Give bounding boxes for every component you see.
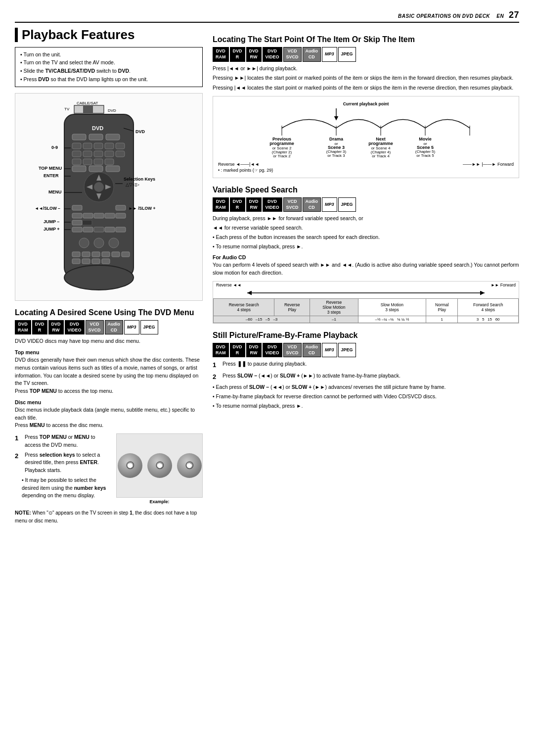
badge-dvd-ram: DVDRAM [15, 320, 31, 334]
remote-svg: CABLE/SAT TV DVD DVD DVD 0-9 [25, 95, 193, 298]
remote-diagram: CABLE/SAT TV DVD DVD DVD 0-9 [15, 93, 203, 301]
note-box: NOTE: When "⊙" appears on the TV screen … [15, 509, 203, 524]
disc-menu-text: Disc menus include playback data (angle … [15, 406, 203, 429]
sp-step-1: 1 Press ❚❚ to pause during playback. [213, 360, 519, 370]
disc-2: ② [147, 453, 172, 478]
intro-item-2: Turn on the TV and select the AV mode. [20, 58, 197, 67]
left-column: Playback Features Turn on the unit. Turn… [15, 28, 203, 531]
header-lang: EN [496, 13, 504, 19]
svg-rect-79 [82, 259, 90, 264]
vs-badge-jpeg: JPEG [338, 197, 356, 212]
svg-point-41 [94, 182, 104, 192]
sp-badge-dvd-r: DVDR [230, 343, 245, 357]
locating-start-bullet-1: Pressing ►►| locates the start point or … [213, 74, 519, 82]
example-area: 1 Press TOP MENU or MENU to access the D… [15, 433, 203, 504]
step-2: 2 Press selection keys to select a desir… [15, 451, 111, 474]
svg-text:DVD: DVD [92, 125, 103, 131]
svg-text:ENTER: ENTER [44, 173, 59, 178]
ls-badge-dvd-ram: DVDRAM [213, 47, 229, 61]
badge-vcd-svcd: VCDSVCD [86, 320, 104, 334]
example-image-area: ① ② ③ Example: [116, 433, 203, 504]
disc-examples: ① ② ③ [117, 434, 202, 497]
speed-diagram: Reverse ◄◄ ►► Forward [213, 281, 519, 324]
svg-text:0-9: 0-9 [51, 145, 58, 150]
sp-badge-jpeg: JPEG [338, 343, 356, 357]
vs-bullet-2: ◄◄ for reverse variable speed search. [213, 224, 519, 232]
marked-note: • : marked points (☞ pg. 29) [218, 168, 514, 173]
locating-scene-intro: DVD VIDEO discs may have top menu and di… [15, 337, 203, 345]
svg-rect-19 [116, 143, 125, 149]
svg-text:programme: programme [368, 141, 393, 146]
speed-cell-rp: ReversePlay [274, 298, 310, 316]
svg-rect-61 [72, 220, 82, 225]
sp-step-1-num: 1 [213, 360, 220, 370]
header-bar: BASIC OPERATIONS ON DVD DECK EN 27 [15, 10, 519, 23]
svg-rect-26 [83, 159, 92, 165]
svg-rect-66 [94, 227, 104, 232]
svg-text:MENU: MENU [48, 189, 62, 194]
note-title: NOTE: [15, 510, 31, 516]
speed-num-pos: 3 5 15 60 [458, 316, 519, 323]
step-1-num: 1 [15, 433, 22, 449]
svg-text:TV: TV [64, 107, 70, 111]
top-menu-text: DVD discs generally have their own menus… [15, 356, 203, 395]
ls-badge-dvd-r: DVDR [230, 47, 245, 61]
svg-text:△▽◁▷: △▽◁▷ [126, 182, 139, 187]
still-picture-section: Still Picture/Frame-By-Frame Playback DV… [213, 331, 519, 410]
ls-badge-jpeg: JPEG [338, 47, 356, 61]
speed-arrow-row: Reverse ◄◄ ►► Forward [213, 282, 519, 288]
svg-rect-64 [72, 227, 82, 232]
example-image: ① ② ③ [116, 433, 203, 498]
note-text: When "⊙" appears on the TV screen in ste… [15, 510, 197, 523]
current-playback-label: Current playback point [218, 101, 514, 106]
vs-bullet-4: To resume normal playback, press ►. [213, 243, 519, 251]
speed-num-neg2: –1 [310, 316, 358, 323]
svg-text:TOP MENU: TOP MENU [39, 166, 62, 171]
svg-text:DVD: DVD [108, 108, 116, 113]
locating-start-section: Locating The Start Point Of The Item Or … [213, 35, 519, 178]
svg-text:◄◄/SLOW –: ◄◄/SLOW – [35, 206, 60, 211]
svg-rect-55 [94, 213, 104, 218]
for-audio-cd-heading: For Audio CD [213, 254, 519, 260]
speed-cell-rs: Reverse Search4 steps [214, 298, 274, 316]
top-menu-heading: Top menu [15, 349, 203, 355]
locating-scene-badges: DVDRAM DVDR DVDRW DVDVIDEO VCDSVCD Audio… [15, 320, 203, 334]
intro-box: Turn on the unit. Turn on the TV and sel… [15, 47, 203, 87]
speed-arrow-svg [213, 288, 519, 297]
locating-start-title: Locating The Start Point Of The Item Or … [213, 35, 519, 44]
svg-rect-67 [105, 227, 115, 232]
step-2-text: Press selection keys to select a desired… [25, 451, 111, 474]
page-number: 27 [509, 10, 519, 20]
svg-rect-17 [94, 143, 103, 149]
badge-mp3: MP3 [124, 320, 139, 334]
svg-text:Selection Keys: Selection Keys [124, 177, 155, 182]
svg-rect-81 [102, 259, 110, 264]
svg-rect-16 [83, 143, 92, 149]
ls-badge-audio-cd: AudioCD [303, 47, 321, 61]
vs-badges: DVDRAM DVDR DVDRW DVDVIDEO VCDSVCD Audio… [213, 197, 519, 212]
sp-badge-mp3: MP3 [322, 343, 337, 357]
vs-badge-dvd-r: DVDR [230, 197, 245, 212]
speed-num-frac: –½ –¼ –⅛ ⅛ ¼ ½ [358, 316, 426, 323]
sp-badge-vcd-svcd: VCDSVCD [283, 343, 302, 357]
svg-rect-72 [72, 252, 80, 257]
svg-point-69 [79, 238, 89, 248]
svg-rect-80 [92, 259, 100, 264]
forward-label: ——►► |——► Forward [463, 162, 514, 167]
svg-rect-58 [82, 220, 92, 225]
sp-step-2: 2 Press SLOW – (◄◄) or SLOW + (►►) to ac… [213, 372, 519, 382]
svg-rect-48 [116, 205, 126, 210]
disc-menu-heading: Disc menu [15, 399, 203, 405]
speed-cell-fs: Forward Search4 steps [458, 298, 519, 316]
svg-rect-10 [72, 134, 86, 140]
reverse-forward-row: Reverse ◄——|◄◄ ——►► |——► Forward [218, 162, 514, 167]
svg-rect-21 [83, 151, 92, 157]
disc-1: ① [118, 453, 142, 478]
svg-rect-28 [105, 159, 114, 165]
for-audio-cd-text: You can perform 4 levels of speed search… [213, 261, 519, 277]
still-picture-title: Still Picture/Frame-By-Frame Playback [213, 331, 519, 340]
svg-rect-53 [72, 213, 82, 218]
svg-rect-31 [72, 166, 86, 172]
speed-table: Reverse Search4 steps ReversePlay Revers… [213, 298, 519, 323]
step-1-text: Press TOP MENU or MENU to access the DVD… [25, 433, 111, 449]
